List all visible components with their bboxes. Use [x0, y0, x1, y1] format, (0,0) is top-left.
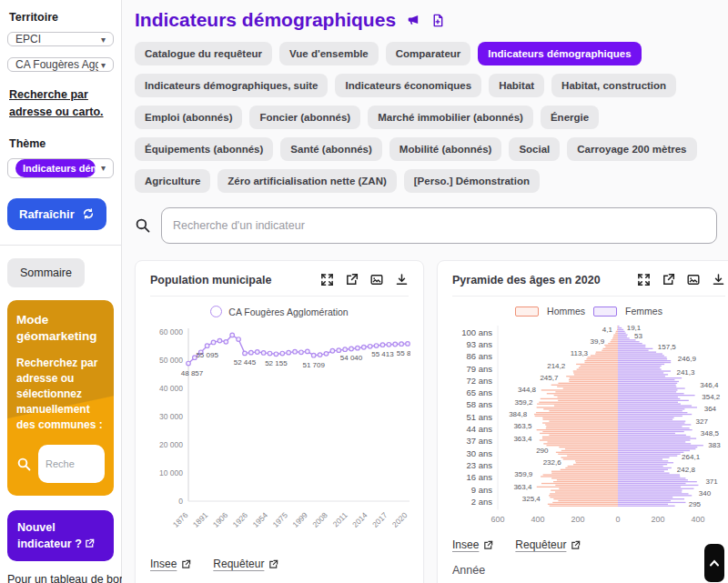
page-title: Indicateurs démographiques — [135, 9, 396, 31]
svg-text:2 ans: 2 ans — [471, 497, 492, 507]
svg-text:30 ans: 30 ans — [466, 448, 492, 458]
main-content: Indicateurs démographiques Catalogue du … — [122, 0, 728, 583]
tab-perso-d-monstration[interactable]: [Perso.] Démonstration — [404, 169, 540, 193]
svg-text:383: 383 — [708, 441, 721, 449]
external-link-icon[interactable] — [662, 273, 675, 286]
svg-text:364: 364 — [704, 405, 717, 413]
theme-label: Thème — [9, 137, 114, 150]
requeteur-link[interactable]: Requêteur — [213, 558, 278, 570]
download-icon[interactable] — [395, 273, 409, 286]
tab-indicateurs-d-mographiques-suite[interactable]: Indicateurs démographiques, suite — [135, 74, 328, 97]
age-pyramid-card: Pyramide des âges en 2020 — [437, 260, 728, 583]
card-divider — [150, 296, 409, 297]
annee-label: Année — [452, 564, 725, 577]
new-indicator-button[interactable]: Nouvel indicateur ? — [7, 510, 114, 561]
external-link-icon — [268, 559, 278, 569]
requeteur-link[interactable]: Requêteur — [515, 538, 581, 551]
epci-select[interactable]: EPCI ▾ — [7, 32, 114, 46]
tab-z-ro-artificialisation-nette-zan[interactable]: Zéro artificialisation nette (ZAN) — [217, 169, 396, 193]
tab-foncier-abonn-s[interactable]: Foncier (abonnés) — [249, 106, 360, 129]
dashboard-footer-text: Pour un tableau de bord — [7, 573, 114, 583]
svg-text:200: 200 — [651, 515, 664, 524]
refresh-button[interactable]: Rafraîchir — [7, 198, 106, 230]
theme-pill: Indicateurs démo — [15, 159, 96, 177]
tab-nergie[interactable]: Énergie — [541, 106, 599, 129]
tab-comparateur[interactable]: Comparateur — [386, 42, 471, 65]
svg-text:245,7: 245,7 — [540, 374, 559, 382]
tab-catalogue-du-requ-teur[interactable]: Catalogue du requêteur — [135, 42, 272, 65]
scroll-top-button[interactable] — [704, 544, 724, 582]
theme-select[interactable]: Indicateurs démo ▾ — [7, 158, 114, 178]
sidebar-divider — [0, 245, 121, 246]
announcement-icon[interactable] — [407, 14, 420, 27]
tab-sant-abonn-s[interactable]: Santé (abonnés) — [280, 137, 381, 161]
external-link-icon[interactable] — [345, 273, 359, 286]
external-link-icon — [181, 559, 191, 569]
svg-text:93 ans: 93 ans — [466, 339, 492, 349]
tab-indicateurs-d-mographiques[interactable]: Indicateurs démographiques — [478, 42, 641, 65]
svg-text:16 ans: 16 ans — [466, 472, 492, 482]
svg-text:363,4: 363,4 — [513, 483, 532, 491]
geomarketing-description: Recherchez par adresse ou sélectionnez m… — [16, 356, 105, 433]
population-card-title: Population municipale — [150, 274, 271, 286]
app-root: Territoire EPCI ▾ CA Fougères Agglo ▾ Re… — [0, 0, 728, 583]
svg-text:241,3: 241,3 — [676, 368, 695, 377]
tab-quipements-abonn-s[interactable]: Équipements (abonnés) — [135, 137, 273, 161]
indicator-search-input[interactable] — [161, 207, 717, 244]
svg-text:2017: 2017 — [370, 510, 389, 529]
chevron-down-icon: ▾ — [101, 60, 106, 70]
svg-text:232,6: 232,6 — [543, 458, 562, 467]
svg-text:19,1: 19,1 — [627, 324, 642, 332]
external-link-icon — [571, 540, 581, 550]
tab-march-immobilier-abonn-s[interactable]: Marché immobilier (abonnés) — [368, 106, 533, 129]
svg-text:1954: 1954 — [251, 510, 270, 529]
geomarketing-search-input[interactable] — [38, 445, 105, 483]
download-icon[interactable] — [712, 273, 725, 286]
tab-habitat[interactable]: Habitat — [489, 74, 544, 97]
svg-text:23 ans: 23 ans — [466, 460, 492, 470]
svg-text:200: 200 — [571, 515, 584, 524]
svg-text:40 000: 40 000 — [159, 384, 183, 393]
refresh-icon — [82, 207, 95, 220]
svg-text:79 ans: 79 ans — [466, 364, 492, 374]
fullscreen-icon[interactable] — [320, 273, 334, 286]
svg-text:344,8: 344,8 — [518, 386, 537, 394]
svg-text:50 000: 50 000 — [159, 356, 183, 365]
svg-text:52 445: 52 445 — [234, 358, 257, 367]
insee-link[interactable]: Insee — [452, 538, 493, 551]
image-icon[interactable] — [686, 273, 701, 286]
address-search-link[interactable]: Recherche par adresse ou carto. — [9, 86, 114, 121]
tab-carroyage-200-m-tres[interactable]: Carroyage 200 mètres — [567, 137, 696, 161]
tab-emploi-abonn-s[interactable]: Emploi (abonnés) — [135, 106, 242, 129]
svg-text:2020: 2020 — [390, 510, 410, 529]
svg-text:20 000: 20 000 — [159, 440, 183, 449]
svg-text:246,9: 246,9 — [678, 355, 697, 363]
insee-link[interactable]: Insee — [150, 558, 191, 570]
line-chart-legend: CA Fougères Agglomération — [150, 306, 409, 317]
tab-agriculture[interactable]: Agriculture — [135, 169, 210, 193]
search-icon — [16, 457, 32, 472]
tab-habitat-construction[interactable]: Habitat, construction — [551, 74, 676, 97]
report-document-icon[interactable] — [431, 14, 444, 27]
svg-text:10 000: 10 000 — [159, 468, 183, 477]
sommaire-button[interactable]: Sommaire — [7, 258, 85, 287]
fullscreen-icon[interactable] — [637, 273, 651, 286]
svg-text:363,4: 363,4 — [513, 435, 532, 443]
population-line-chart[interactable]: 010 00020 00030 00040 00050 00060 000187… — [150, 317, 410, 547]
tab-mobilit-abonn-s[interactable]: Mobilité (abonnés) — [389, 137, 502, 161]
tab-vue-d-ensemble[interactable]: Vue d'ensemble — [279, 42, 379, 65]
svg-text:51 709: 51 709 — [302, 361, 325, 369]
svg-text:4,1: 4,1 — [602, 326, 613, 334]
geomarketing-card: Mode géomarketing Recherchez par adresse… — [7, 300, 114, 497]
svg-text:52 155: 52 155 — [265, 359, 288, 367]
territory-select[interactable]: CA Fougères Agglo ▾ — [7, 57, 114, 72]
age-pyramid-chart[interactable]: 100 ans93 ans86 ans79 ans72 ans65 ans58 … — [452, 320, 727, 528]
tab-social[interactable]: Social — [509, 137, 560, 161]
pyramid-card-title: Pyramide des âges en 2020 — [452, 274, 601, 286]
external-link-icon — [85, 538, 95, 548]
tab-indicateurs-conomiques[interactable]: Indicateurs économiques — [335, 74, 481, 97]
image-icon[interactable] — [369, 273, 384, 286]
svg-text:86 ans: 86 ans — [466, 351, 492, 361]
svg-text:1926: 1926 — [231, 510, 250, 529]
svg-text:346,4: 346,4 — [700, 381, 719, 389]
